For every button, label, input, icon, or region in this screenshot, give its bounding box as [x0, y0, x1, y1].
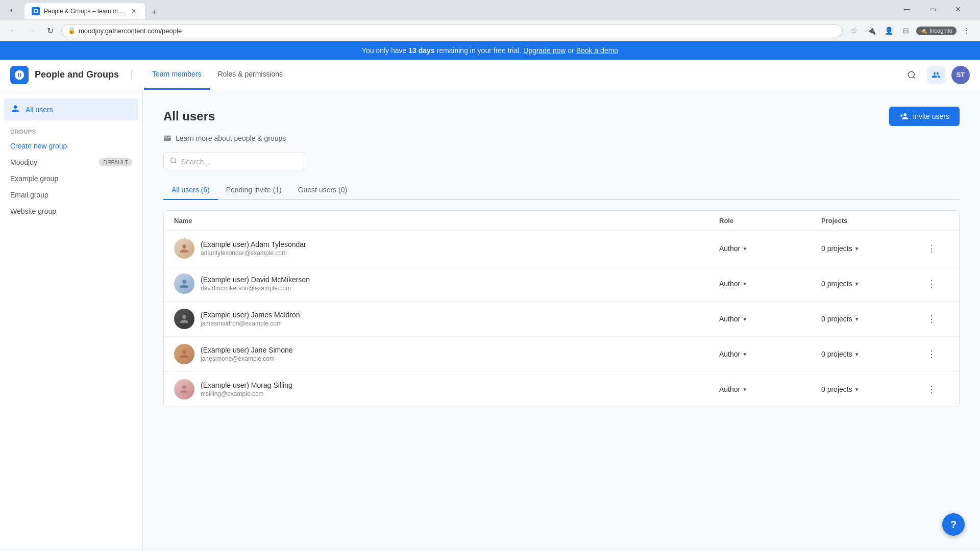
content-header: All users Invite users — [163, 107, 960, 126]
col-projects: Projects — [821, 217, 923, 224]
role-dropdown-jane[interactable]: ▼ — [742, 352, 747, 357]
projects-dropdown-jane[interactable]: ▼ — [854, 352, 860, 357]
user-email-morag: msilling@example.com — [201, 390, 292, 397]
user-cell-david: (Example user) David McMikerson davidmcm… — [174, 273, 719, 294]
user-email-jane: janesimone@example.com — [201, 355, 293, 362]
avatar-james — [174, 309, 194, 329]
learn-more-link[interactable]: Learn more about people & groups — [163, 134, 960, 142]
role-dropdown-adam[interactable]: ▼ — [742, 246, 747, 252]
groups-btn[interactable] — [927, 66, 945, 84]
user-cell-adam: (Example user) Adam Tylesondar adamtyles… — [174, 238, 719, 259]
group-example-label: Example group — [10, 174, 58, 183]
active-tab[interactable]: People & Groups – team mem... ✕ — [24, 3, 145, 19]
role-label-jane: Author — [719, 350, 740, 358]
back-arrow[interactable] — [6, 5, 16, 15]
reload-btn[interactable]: ↻ — [43, 23, 57, 38]
table-row: (Example user) Adam Tylesondar adamtyles… — [164, 231, 959, 266]
book-demo-link[interactable]: Book a demo — [576, 46, 619, 55]
more-btn-jane[interactable]: ⋮ — [923, 346, 940, 362]
browser-chrome: People & Groups – team mem... ✕ + ─ ▭ ✕ … — [0, 0, 980, 41]
restore-btn[interactable]: ▭ — [921, 1, 944, 17]
toolbar-actions: ☆ 🔌 👤 ⊟ 🕵 Incognito ⋮ — [847, 23, 974, 38]
app-header: People and Groups Team members Roles & p… — [0, 60, 980, 90]
minimize-btn[interactable]: ─ — [895, 1, 919, 17]
window-controls — [6, 5, 16, 15]
search-input-wrap — [163, 153, 306, 170]
projects-dropdown-david[interactable]: ▼ — [854, 281, 860, 287]
group-moodjoy-label: Moodjoy — [10, 158, 37, 166]
projects-count-morag: 0 projects — [821, 385, 852, 393]
more-btn-morag[interactable]: ⋮ — [923, 381, 940, 397]
search-input[interactable] — [181, 158, 300, 166]
projects-dropdown-morag[interactable]: ▼ — [854, 387, 860, 392]
search-icon — [170, 157, 177, 166]
invite-users-btn[interactable]: Invite users — [889, 107, 960, 126]
projects-cell-morag: 0 projects ▼ — [821, 385, 923, 393]
avatar-adam — [174, 238, 194, 259]
col-name: Name — [174, 217, 719, 224]
address-bar[interactable]: 🔒 moodjoy.gathercontent.com/people — [61, 24, 843, 37]
default-badge: DEFAULT — [99, 158, 132, 166]
role-cell-morag: Author ▼ — [719, 385, 821, 393]
more-btn-david[interactable]: ⋮ — [923, 276, 940, 292]
create-new-group-link[interactable]: Create new group — [0, 138, 142, 154]
tab-pending-invite[interactable]: Pending invite (1) — [218, 181, 290, 200]
app-title: People and Groups — [35, 69, 132, 80]
profile-btn[interactable]: 👤 — [881, 23, 896, 38]
incognito-icon: 🕵 — [920, 28, 927, 34]
table-row: (Example user) David McMikerson davidmcm… — [164, 266, 959, 302]
extensions-btn[interactable]: 🔌 — [864, 23, 878, 38]
projects-cell-jane: 0 projects ▼ — [821, 350, 923, 358]
role-cell-david: Author ▼ — [719, 280, 821, 288]
user-name-david: (Example user) David McMikerson — [201, 276, 310, 284]
group-email[interactable]: Email group — [0, 187, 142, 203]
tabs: All users (6) Pending invite (1) Guest u… — [163, 181, 960, 200]
role-dropdown-david[interactable]: ▼ — [742, 281, 747, 287]
group-example[interactable]: Example group — [0, 170, 142, 187]
search-btn[interactable] — [902, 66, 921, 84]
tab-all-users[interactable]: All users (6) — [163, 181, 218, 200]
sidebar-btn[interactable]: ⊟ — [899, 23, 913, 38]
tab-guest-users[interactable]: Guest users (0) — [290, 181, 355, 200]
group-website[interactable]: Website group — [0, 203, 142, 219]
user-info-jane: (Example user) Jane Simone janesimone@ex… — [201, 346, 293, 362]
menu-btn[interactable]: ⋮ — [960, 23, 974, 38]
upgrade-link[interactable]: Upgrade now — [523, 46, 566, 55]
sidebar-all-users[interactable]: All users — [4, 98, 138, 120]
help-btn[interactable]: ? — [942, 513, 965, 536]
user-cell-james: (Example user) James Maldron jamesmaldro… — [174, 309, 719, 329]
projects-dropdown-james[interactable]: ▼ — [854, 316, 860, 322]
banner-text-mid: remaining in your free trial. — [436, 46, 523, 55]
nav-team-members[interactable]: Team members — [144, 60, 209, 90]
close-btn[interactable]: ✕ — [946, 1, 970, 17]
new-tab-btn[interactable]: + — [147, 5, 161, 19]
nav-roles-permissions[interactable]: Roles & permissions — [210, 60, 291, 90]
user-info-james: (Example user) James Maldron jamesmaldro… — [201, 311, 300, 327]
user-cell-morag: (Example user) Morag Silling msilling@ex… — [174, 379, 719, 399]
col-actions — [923, 217, 949, 224]
svg-marker-0 — [10, 8, 12, 12]
projects-cell-adam: 0 projects ▼ — [821, 244, 923, 253]
address-text: moodjoy.gathercontent.com/people — [79, 27, 182, 35]
user-avatar[interactable]: ST — [951, 66, 970, 84]
projects-count-adam: 0 projects — [821, 244, 852, 253]
more-btn-james[interactable]: ⋮ — [923, 311, 940, 327]
group-email-label: Email group — [10, 191, 48, 199]
user-email-james: jamesmaldron@example.com — [201, 320, 300, 327]
projects-cell-james: 0 projects ▼ — [821, 315, 923, 323]
role-dropdown-james[interactable]: ▼ — [742, 316, 747, 322]
user-cell-jane: (Example user) Jane Simone janesimone@ex… — [174, 344, 719, 364]
more-btn-adam[interactable]: ⋮ — [923, 240, 940, 257]
role-dropdown-morag[interactable]: ▼ — [742, 387, 747, 392]
back-btn[interactable]: ← — [6, 23, 20, 38]
banner-days: 13 days — [408, 46, 434, 55]
forward-btn[interactable]: → — [24, 23, 39, 38]
group-moodjoy[interactable]: Moodjoy DEFAULT — [0, 154, 142, 170]
sidebar: All users GROUPS Create new group Moodjo… — [0, 90, 143, 548]
search-container — [163, 153, 960, 170]
user-name-james: (Example user) James Maldron — [201, 311, 300, 319]
svg-point-2 — [171, 158, 176, 163]
projects-dropdown-adam[interactable]: ▼ — [854, 246, 860, 252]
bookmark-btn[interactable]: ☆ — [847, 23, 861, 38]
tab-close-btn[interactable]: ✕ — [130, 7, 138, 15]
